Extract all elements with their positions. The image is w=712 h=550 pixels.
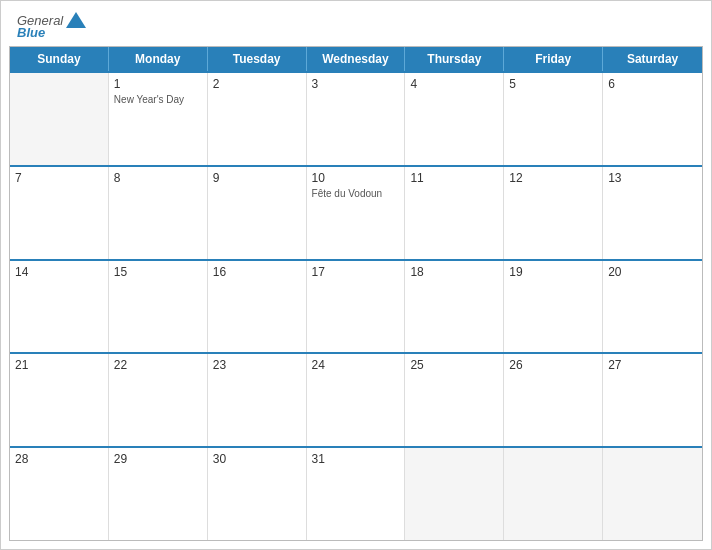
day-number: 25 (410, 358, 498, 372)
day-number: 22 (114, 358, 202, 372)
day-cell: 23 (208, 354, 307, 446)
day-number: 18 (410, 265, 498, 279)
day-cell: 22 (109, 354, 208, 446)
day-header-monday: Monday (109, 47, 208, 71)
day-cell: 20 (603, 261, 702, 353)
calendar-page: General Blue SundayMondayTuesdayWednesda… (0, 0, 712, 550)
week-row-4: 21222324252627 (10, 352, 702, 446)
logo-blue-text: Blue (17, 25, 45, 40)
svg-marker-0 (66, 12, 86, 28)
day-number: 11 (410, 171, 498, 185)
day-number: 4 (410, 77, 498, 91)
day-number: 29 (114, 452, 202, 466)
day-cell: 10Fête du Vodoun (307, 167, 406, 259)
day-cell: 31 (307, 448, 406, 540)
day-number: 27 (608, 358, 697, 372)
day-number: 12 (509, 171, 597, 185)
day-cell (10, 73, 109, 165)
day-cell: 5 (504, 73, 603, 165)
day-number: 28 (15, 452, 103, 466)
day-cell: 18 (405, 261, 504, 353)
calendar-grid: SundayMondayTuesdayWednesdayThursdayFrid… (9, 46, 703, 541)
day-number: 26 (509, 358, 597, 372)
day-number: 30 (213, 452, 301, 466)
day-header-saturday: Saturday (603, 47, 702, 71)
day-number: 31 (312, 452, 400, 466)
week-row-1: 1New Year's Day23456 (10, 71, 702, 165)
day-number: 23 (213, 358, 301, 372)
day-number: 24 (312, 358, 400, 372)
week-row-3: 14151617181920 (10, 259, 702, 353)
day-number: 13 (608, 171, 697, 185)
day-cell: 25 (405, 354, 504, 446)
day-cell: 16 (208, 261, 307, 353)
day-number: 14 (15, 265, 103, 279)
day-cell: 21 (10, 354, 109, 446)
day-number: 1 (114, 77, 202, 91)
day-header-tuesday: Tuesday (208, 47, 307, 71)
day-cell: 1New Year's Day (109, 73, 208, 165)
day-cell: 12 (504, 167, 603, 259)
day-cell (405, 448, 504, 540)
day-cell: 11 (405, 167, 504, 259)
day-cell: 3 (307, 73, 406, 165)
day-number: 7 (15, 171, 103, 185)
day-header-friday: Friday (504, 47, 603, 71)
day-number: 15 (114, 265, 202, 279)
day-cell: 30 (208, 448, 307, 540)
day-number: 5 (509, 77, 597, 91)
day-cell: 24 (307, 354, 406, 446)
day-number: 6 (608, 77, 697, 91)
day-cell: 27 (603, 354, 702, 446)
day-header-thursday: Thursday (405, 47, 504, 71)
day-cell: 19 (504, 261, 603, 353)
day-cell: 15 (109, 261, 208, 353)
day-event: New Year's Day (114, 93, 202, 106)
week-row-5: 28293031 (10, 446, 702, 540)
day-number: 17 (312, 265, 400, 279)
day-number: 20 (608, 265, 697, 279)
day-cell (504, 448, 603, 540)
day-header-wednesday: Wednesday (307, 47, 406, 71)
day-cell: 6 (603, 73, 702, 165)
day-cell: 8 (109, 167, 208, 259)
day-cell: 7 (10, 167, 109, 259)
day-cell: 9 (208, 167, 307, 259)
day-number: 16 (213, 265, 301, 279)
day-cell: 17 (307, 261, 406, 353)
day-cell (603, 448, 702, 540)
day-event: Fête du Vodoun (312, 187, 400, 200)
day-header-sunday: Sunday (10, 47, 109, 71)
day-number: 2 (213, 77, 301, 91)
week-row-2: 78910Fête du Vodoun111213 (10, 165, 702, 259)
header: General Blue (1, 1, 711, 46)
day-cell: 4 (405, 73, 504, 165)
day-number: 3 (312, 77, 400, 91)
day-cell: 29 (109, 448, 208, 540)
day-cell: 2 (208, 73, 307, 165)
day-cell: 28 (10, 448, 109, 540)
day-number: 9 (213, 171, 301, 185)
day-number: 21 (15, 358, 103, 372)
weeks-container: 1New Year's Day2345678910Fête du Vodoun1… (10, 71, 702, 540)
day-number: 8 (114, 171, 202, 185)
day-number: 19 (509, 265, 597, 279)
day-cell: 26 (504, 354, 603, 446)
logo: General Blue (17, 11, 87, 40)
day-number: 10 (312, 171, 400, 185)
day-cell: 14 (10, 261, 109, 353)
day-cell: 13 (603, 167, 702, 259)
day-headers-row: SundayMondayTuesdayWednesdayThursdayFrid… (10, 47, 702, 71)
logo-triangle-icon (65, 11, 87, 29)
